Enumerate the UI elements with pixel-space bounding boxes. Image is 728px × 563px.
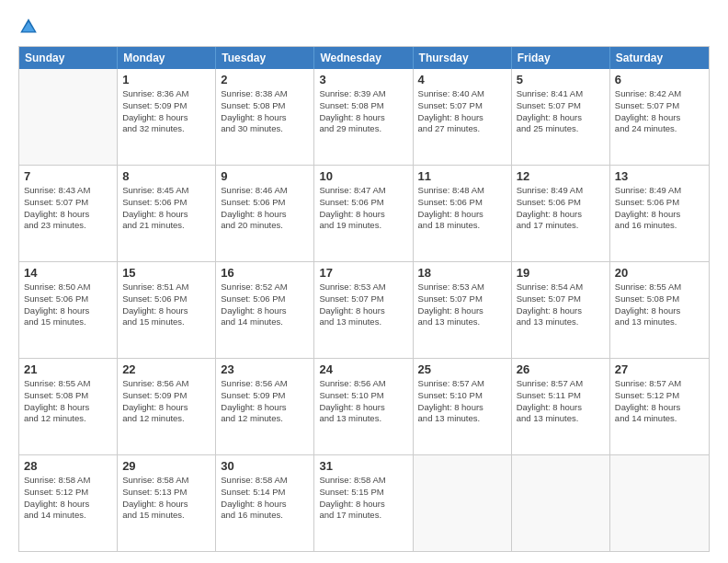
cell-line: Daylight: 8 hours (122, 499, 210, 511)
cell-line: and 16 minutes. (221, 510, 309, 522)
cell-line: and 30 minutes. (221, 123, 309, 135)
calendar-cell: 25Sunrise: 8:57 AMSunset: 5:10 PMDayligh… (414, 359, 512, 454)
cell-line: and 23 minutes. (24, 220, 112, 232)
day-number: 8 (122, 169, 210, 183)
cell-line: Sunrise: 8:50 AM (24, 282, 112, 293)
calendar-cell: 15Sunrise: 8:51 AMSunset: 5:06 PMDayligh… (118, 262, 216, 358)
cell-line: Sunset: 5:09 PM (221, 390, 309, 402)
cell-line: Sunrise: 8:48 AM (418, 185, 506, 197)
calendar-week: 1Sunrise: 8:36 AMSunset: 5:09 PMDaylight… (19, 69, 709, 166)
cell-line: Daylight: 8 hours (418, 112, 506, 124)
cell-line: Sunset: 5:06 PM (24, 293, 112, 305)
calendar-cell: 17Sunrise: 8:53 AMSunset: 5:07 PMDayligh… (314, 262, 413, 358)
cell-line: Sunset: 5:06 PM (319, 197, 407, 209)
cell-line: Daylight: 8 hours (24, 499, 112, 511)
cell-line: Sunrise: 8:47 AM (319, 185, 407, 197)
cell-line: and 27 minutes. (418, 123, 506, 135)
cell-line: Sunset: 5:06 PM (517, 197, 605, 209)
cell-line: Sunset: 5:08 PM (221, 100, 309, 112)
calendar-cell: 5Sunrise: 8:41 AMSunset: 5:07 PMDaylight… (512, 69, 610, 165)
cell-line: Daylight: 8 hours (221, 305, 309, 317)
calendar-week: 28Sunrise: 8:58 AMSunset: 5:12 PMDayligh… (19, 455, 709, 551)
cell-line: Sunset: 5:06 PM (122, 293, 210, 305)
calendar-cell (610, 455, 709, 551)
day-number: 6 (615, 73, 704, 86)
day-number: 13 (615, 169, 704, 183)
cell-line: Daylight: 8 hours (319, 499, 407, 511)
cell-line: Sunrise: 8:57 AM (517, 378, 605, 390)
cell-line: Daylight: 8 hours (221, 112, 309, 124)
cell-line: Sunrise: 8:39 AM (319, 88, 407, 100)
cell-line: Daylight: 8 hours (24, 402, 112, 414)
cell-line: Daylight: 8 hours (319, 112, 407, 124)
calendar-header-cell: Sunday (19, 47, 118, 69)
cell-line: and 17 minutes. (517, 220, 605, 232)
cell-line: Daylight: 8 hours (221, 402, 309, 414)
cell-line: and 13 minutes. (517, 413, 605, 425)
cell-line: Sunrise: 8:38 AM (221, 88, 309, 100)
calendar-cell: 8Sunrise: 8:45 AMSunset: 5:06 PMDaylight… (118, 166, 216, 261)
cell-line: and 18 minutes. (418, 220, 506, 232)
cell-line: and 21 minutes. (122, 220, 210, 232)
calendar-cell: 19Sunrise: 8:54 AMSunset: 5:07 PMDayligh… (512, 262, 610, 358)
cell-line: and 12 minutes. (122, 413, 210, 425)
calendar-cell: 20Sunrise: 8:55 AMSunset: 5:08 PMDayligh… (610, 262, 709, 358)
calendar-cell: 16Sunrise: 8:52 AMSunset: 5:06 PMDayligh… (216, 262, 314, 358)
cell-line: Sunset: 5:07 PM (24, 197, 112, 209)
calendar-cell: 24Sunrise: 8:56 AMSunset: 5:10 PMDayligh… (314, 359, 413, 454)
cell-line: Sunrise: 8:49 AM (517, 185, 605, 197)
cell-line: and 13 minutes. (319, 413, 407, 425)
day-number: 20 (615, 266, 704, 280)
cell-line: and 14 minutes. (221, 316, 309, 328)
day-number: 16 (221, 266, 309, 280)
cell-line: Sunset: 5:07 PM (319, 293, 407, 305)
cell-line: Daylight: 8 hours (418, 305, 506, 317)
day-number: 17 (319, 266, 407, 280)
cell-line: Sunrise: 8:42 AM (615, 88, 704, 100)
cell-line: Daylight: 8 hours (615, 209, 704, 221)
cell-line: and 12 minutes. (221, 413, 309, 425)
cell-line: Daylight: 8 hours (122, 209, 210, 221)
calendar-header-cell: Friday (512, 47, 610, 69)
cell-line: Daylight: 8 hours (517, 112, 605, 124)
day-number: 5 (517, 73, 605, 86)
cell-line: Sunrise: 8:56 AM (221, 378, 309, 390)
cell-line: Sunrise: 8:57 AM (418, 378, 506, 390)
day-number: 21 (24, 362, 112, 376)
cell-line: Daylight: 8 hours (24, 209, 112, 221)
cell-line: Daylight: 8 hours (615, 402, 704, 414)
cell-line: and 13 minutes. (418, 316, 506, 328)
cell-line: Sunset: 5:13 PM (122, 487, 210, 499)
day-number: 7 (24, 169, 112, 183)
calendar-cell: 28Sunrise: 8:58 AMSunset: 5:12 PMDayligh… (19, 455, 118, 551)
day-number: 25 (418, 362, 506, 376)
calendar-cell: 30Sunrise: 8:58 AMSunset: 5:14 PMDayligh… (216, 455, 314, 551)
day-number: 27 (615, 362, 704, 376)
calendar-cell: 31Sunrise: 8:58 AMSunset: 5:15 PMDayligh… (314, 455, 413, 551)
calendar-cell: 27Sunrise: 8:57 AMSunset: 5:12 PMDayligh… (610, 359, 709, 454)
day-number: 14 (24, 266, 112, 280)
cell-line: Sunset: 5:08 PM (319, 100, 407, 112)
calendar-week: 21Sunrise: 8:55 AMSunset: 5:08 PMDayligh… (19, 359, 709, 455)
cell-line: Sunrise: 8:57 AM (615, 378, 704, 390)
cell-line: Sunset: 5:06 PM (122, 197, 210, 209)
logo-icon (18, 17, 39, 37)
calendar-cell: 7Sunrise: 8:43 AMSunset: 5:07 PMDaylight… (19, 166, 118, 261)
cell-line: Daylight: 8 hours (418, 402, 506, 414)
cell-line: Sunrise: 8:54 AM (517, 282, 605, 293)
calendar-cell: 13Sunrise: 8:49 AMSunset: 5:06 PMDayligh… (610, 166, 709, 261)
calendar-cell: 9Sunrise: 8:46 AMSunset: 5:06 PMDaylight… (216, 166, 314, 261)
cell-line: Daylight: 8 hours (24, 305, 112, 317)
cell-line: and 32 minutes. (122, 123, 210, 135)
day-number: 15 (122, 266, 210, 280)
cell-line: Sunrise: 8:58 AM (24, 475, 112, 487)
cell-line: Sunrise: 8:58 AM (122, 475, 210, 487)
cell-line: Sunrise: 8:56 AM (319, 378, 407, 390)
cell-line: Sunrise: 8:45 AM (122, 185, 210, 197)
day-number: 18 (418, 266, 506, 280)
cell-line: Sunrise: 8:43 AM (24, 185, 112, 197)
day-number: 31 (319, 459, 407, 473)
cell-line: Sunset: 5:06 PM (615, 197, 704, 209)
cell-line: Sunrise: 8:41 AM (517, 88, 605, 100)
cell-line: Daylight: 8 hours (615, 112, 704, 124)
